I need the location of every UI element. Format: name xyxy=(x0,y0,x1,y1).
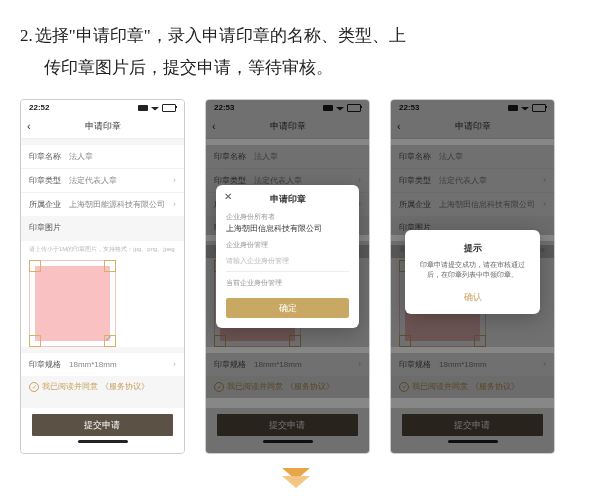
home-indicator xyxy=(78,440,128,443)
spec-section: 印章规格 18mm*18mm › xyxy=(21,353,184,376)
image-hint: 请上传小于1M的印章图片，支持格式：jpg、png、jpeg xyxy=(21,245,184,258)
image-section: 请上传小于1M的印章图片，支持格式：jpg、png、jpeg ⤢ xyxy=(21,241,184,347)
label: 所属企业 xyxy=(29,199,69,210)
modal-hint: 当前企业身份管理 xyxy=(226,278,349,288)
modal-input[interactable]: 请输入企业身份管理 xyxy=(226,252,349,272)
phone-screenshot-1: 22:52 ‹ 申请印章 印章名称 法人章 印章类型 法定代表人章 › 所属企业 xyxy=(20,99,185,454)
back-icon[interactable]: ‹ xyxy=(27,120,31,132)
value: 上海朝田能源科技有限公司 xyxy=(69,199,173,210)
modal-owner-label: 企业身份所有者 xyxy=(226,212,349,222)
status-time: 22:52 xyxy=(29,103,49,112)
seal-image-preview xyxy=(35,266,110,341)
apply-modal: ✕ 申请印章 企业身份所有者 上海朝田信息科技有限公司 企业身份管理 请输入企业… xyxy=(216,185,359,328)
chevron-right-icon: › xyxy=(173,175,176,185)
submit-bar: 提交申请 xyxy=(21,408,184,453)
row-seal-name[interactable]: 印章名称 法人章 xyxy=(21,145,184,169)
label: 印章类型 xyxy=(29,175,69,186)
success-alert: 提示 印章申请提交成功，请在审核通过后，在印章列表中申领印章。 确认 xyxy=(405,230,540,314)
label: 印章名称 xyxy=(29,151,69,162)
status-bar: 22:52 xyxy=(21,100,184,116)
nav-bar: ‹ 申请印章 xyxy=(21,116,184,139)
agreement-row[interactable]: ✓ 我已阅读并同意《服务协议》 xyxy=(21,376,184,398)
phones-row: 22:52 ‹ 申请印章 印章名称 法人章 印章类型 法定代表人章 › 所属企业 xyxy=(20,99,571,454)
value: 法人章 xyxy=(69,151,176,162)
alert-title: 提示 xyxy=(415,242,530,255)
value: 18mm*18mm xyxy=(69,360,173,369)
instruction-line1: 选择"申请印章"，录入申请印章的名称、类型、上 xyxy=(35,26,406,45)
modal-mgmt-label: 企业身份管理 xyxy=(226,240,349,250)
alert-message: 印章申请提交成功，请在审核通过后，在印章列表中申领印章。 xyxy=(415,260,530,281)
chevron-right-icon: › xyxy=(173,359,176,369)
phone-screenshot-2: 22:53 ‹ 申请印章 印章名称法人章 印章类型法定代表人章› 所属企业上海朝… xyxy=(205,99,370,454)
instruction-step: 2.选择"申请印章"，录入申请印章的名称、类型、上 传印章图片后，提交申请，等待… xyxy=(20,20,571,85)
label: 印章规格 xyxy=(29,359,69,370)
value: 法定代表人章 xyxy=(69,175,173,186)
instruction-line2: 传印章图片后，提交申请，等待审核。 xyxy=(20,58,333,77)
nav-title: 申请印章 xyxy=(85,120,121,133)
modal-title: 申请印章 xyxy=(226,193,349,206)
chevron-right-icon: › xyxy=(173,199,176,209)
modal-owner-value: 上海朝田信息科技有限公司 xyxy=(226,223,349,234)
step-number: 2. xyxy=(20,26,33,45)
agree-prefix: 我已阅读并同意 xyxy=(42,382,98,392)
agree-link[interactable]: 《服务协议》 xyxy=(101,382,149,392)
seal-image-upload[interactable]: ⤢ xyxy=(29,260,116,347)
close-icon[interactable]: ✕ xyxy=(224,191,232,202)
wifi-icon xyxy=(151,105,159,111)
phone-screenshot-3: 22:53 ‹ 申请印章 印章名称法人章 印章类型法定代表人章› 所属企业上海朝… xyxy=(390,99,555,454)
modal-confirm-button[interactable]: 确定 xyxy=(226,298,349,318)
row-seal-type[interactable]: 印章类型 法定代表人章 › xyxy=(21,169,184,193)
row-company[interactable]: 所属企业 上海朝田能源科技有限公司 › xyxy=(21,193,184,216)
image-section-title: 印章图片 xyxy=(21,216,184,235)
continue-arrow-icon xyxy=(20,468,571,488)
row-spec[interactable]: 印章规格 18mm*18mm › xyxy=(21,353,184,376)
alert-ok-button[interactable]: 确认 xyxy=(415,291,530,304)
battery-icon xyxy=(162,104,176,112)
checkmark-icon[interactable]: ✓ xyxy=(29,382,39,392)
signal-icon xyxy=(138,105,148,111)
submit-button[interactable]: 提交申请 xyxy=(32,414,172,436)
status-icons xyxy=(138,104,176,112)
form-section: 印章名称 法人章 印章类型 法定代表人章 › 所属企业 上海朝田能源科技有限公司… xyxy=(21,145,184,216)
expand-icon[interactable]: ⤢ xyxy=(105,334,112,343)
